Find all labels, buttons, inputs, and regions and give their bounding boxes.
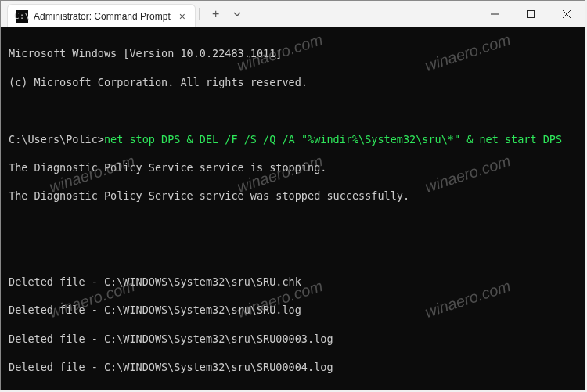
- tab-divider: [199, 8, 200, 20]
- tab-cmd[interactable]: C:\ Administrator: Command Prompt ×: [7, 4, 196, 27]
- new-tab-button[interactable]: +: [204, 1, 228, 27]
- tab-dropdown-button[interactable]: [228, 1, 247, 27]
- terminal-line: Deleted file - C:\WINDOWS\System32\sru\S…: [9, 332, 578, 346]
- terminal-line: The Diagnostic Policy Service service is…: [9, 160, 578, 174]
- terminal-body[interactable]: Microsoft Windows [Version 10.0.22483.10…: [1, 27, 585, 390]
- terminal-line: Deleted file - C:\WINDOWS\System32\sru\S…: [9, 388, 578, 390]
- window-controls: [477, 1, 585, 27]
- terminal-line: [9, 103, 578, 117]
- terminal-line: Deleted file - C:\WINDOWS\System32\sru\S…: [9, 360, 578, 374]
- tab-title: Administrator: Command Prompt: [34, 11, 171, 22]
- tab-close-button[interactable]: ×: [176, 10, 189, 23]
- cmd-icon: C:\: [16, 10, 28, 23]
- chevron-down-icon: [233, 10, 241, 18]
- terminal-line: [9, 246, 578, 260]
- close-window-button[interactable]: [549, 1, 585, 27]
- terminal-prompt-line: C:\Users\Polic>net stop DPS & DEL /F /S …: [9, 132, 578, 146]
- entered-command: net stop DPS & DEL /F /S /Q /A "%windir%…: [104, 133, 562, 146]
- minimize-icon: [491, 10, 499, 18]
- terminal-line: (c) Microsoft Corporation. All rights re…: [9, 75, 578, 89]
- terminal-line: [9, 218, 578, 232]
- prompt-path: C:\Users\Polic>: [9, 133, 104, 146]
- titlebar-drag-area[interactable]: [247, 1, 477, 27]
- titlebar: C:\ Administrator: Command Prompt × +: [1, 1, 585, 27]
- terminal-line: Deleted file - C:\WINDOWS\System32\sru\S…: [9, 275, 578, 289]
- app-window: C:\ Administrator: Command Prompt × + Mi…: [0, 0, 585, 390]
- terminal-line: The Diagnostic Policy Service service wa…: [9, 189, 578, 203]
- minimize-button[interactable]: [477, 1, 513, 27]
- close-icon: [563, 10, 571, 18]
- terminal-line: Microsoft Windows [Version 10.0.22483.10…: [9, 46, 578, 60]
- terminal-line: Deleted file - C:\WINDOWS\System32\sru\S…: [9, 303, 578, 317]
- maximize-icon: [527, 10, 535, 18]
- maximize-button[interactable]: [513, 1, 549, 27]
- svg-rect-1: [528, 10, 535, 17]
